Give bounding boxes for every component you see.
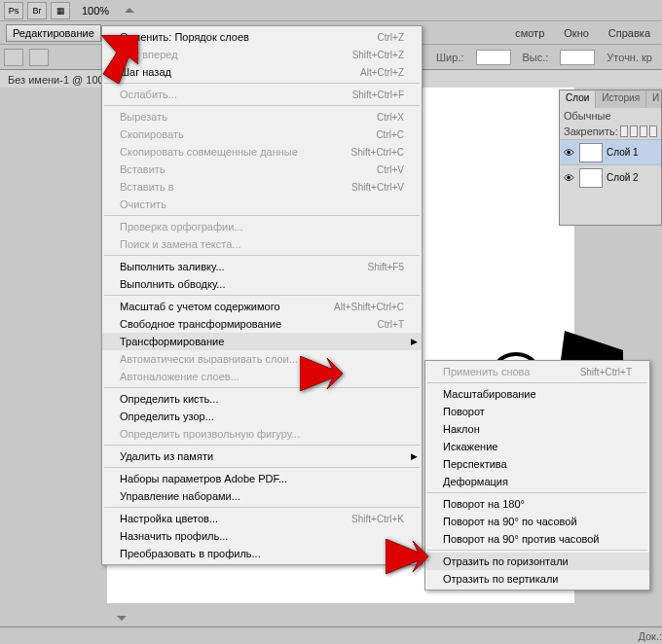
edit-menu-button[interactable]: Редактирование bbox=[6, 24, 101, 42]
menu-item-label: Автоналожение слоев... bbox=[120, 371, 239, 382]
menu-item-label: Наборы параметров Adobe PDF... bbox=[120, 473, 287, 484]
menu-item-label: Настройка цветов... bbox=[120, 513, 218, 524]
lock-position-icon[interactable] bbox=[640, 125, 647, 137]
menu-item[interactable]: Определить узор... bbox=[102, 408, 422, 425]
tool-crop-icon[interactable] bbox=[4, 49, 23, 66]
menu-item-window[interactable]: Окно bbox=[556, 25, 597, 41]
menu-item[interactable]: Отменить: Порядок слоевCtrl+Z bbox=[102, 28, 422, 46]
visibility-eye-icon[interactable]: 👁 bbox=[562, 172, 575, 184]
menu-item[interactable]: Свободное трансформированиеCtrl+T bbox=[102, 315, 422, 333]
status-doc-label: Док.: bbox=[638, 630, 662, 642]
chevron-down-icon[interactable] bbox=[117, 616, 127, 621]
menu-item-help[interactable]: Справка bbox=[601, 25, 658, 41]
menu-shortcut: Ctrl+C bbox=[376, 129, 404, 140]
menu-shortcut: Shift+Ctrl+K bbox=[351, 514, 404, 524]
width-field[interactable] bbox=[476, 50, 511, 65]
menu-item-label: Скопировать совмещенные данные bbox=[120, 146, 298, 158]
menu-item: Автоналожение слоев... bbox=[102, 368, 422, 385]
layer-thumbnail[interactable] bbox=[579, 143, 603, 162]
menu-shortcut: Ctrl+X bbox=[377, 112, 404, 123]
menu-item[interactable]: Поворот на 90° против часовой bbox=[425, 530, 649, 548]
menu-item[interactable]: Масштаб с учетом содержимогоAlt+Shift+Ct… bbox=[102, 298, 422, 315]
menu-item[interactable]: Наклон bbox=[425, 420, 649, 438]
menu-item-label: Масштаб с учетом содержимого bbox=[120, 301, 280, 312]
height-field[interactable] bbox=[560, 50, 595, 65]
menu-item[interactable]: Преобразовать в профиль... bbox=[102, 545, 422, 562]
menu-item[interactable]: Выполнить заливку...Shift+F5 bbox=[102, 258, 422, 275]
menu-item[interactable]: Наборы параметров Adobe PDF... bbox=[102, 470, 422, 487]
ps-logo-icon[interactable]: Ps bbox=[4, 2, 23, 19]
menu-item-label: Перспектива bbox=[443, 458, 507, 470]
menu-item-label: Поворот bbox=[443, 406, 485, 417]
menu-item-label: Определить кисть... bbox=[120, 393, 218, 405]
menu-item[interactable]: Выполнить обводку... bbox=[102, 275, 422, 293]
menu-item[interactable]: Настройка цветов...Shift+Ctrl+K bbox=[102, 510, 422, 527]
menu-item-label: Определить узор... bbox=[120, 411, 214, 422]
menu-item: Проверка орфографии... bbox=[102, 218, 422, 235]
menu-item[interactable]: Трансформирование▶ bbox=[102, 333, 422, 350]
menu-item[interactable]: Деформация bbox=[425, 473, 649, 490]
menu-item-label: Выполнить обводку... bbox=[120, 278, 225, 290]
menu-separator bbox=[104, 507, 420, 508]
menu-item[interactable]: Масштабирование bbox=[425, 385, 649, 403]
menu-shortcut: Shift+Ctrl+T bbox=[580, 367, 632, 377]
menu-item-label: Масштабирование bbox=[443, 388, 536, 400]
menu-item-label: Ослабить... bbox=[120, 89, 177, 100]
menu-item-label: Управление наборами... bbox=[120, 490, 240, 502]
tab-layers[interactable]: Слои bbox=[560, 90, 596, 108]
menu-item[interactable]: Удалить из памяти▶ bbox=[102, 447, 422, 465]
menu-item-label: Свободное трансформирование bbox=[120, 318, 281, 330]
menu-item-label: Вырезать bbox=[120, 111, 167, 123]
menu-item[interactable]: Поворот bbox=[425, 403, 649, 420]
lock-pixels-icon[interactable] bbox=[630, 125, 638, 137]
menu-separator bbox=[104, 83, 420, 84]
menu-shortcut: Ctrl+V bbox=[377, 164, 404, 175]
menu-item[interactable]: Шаг назадAlt+Ctrl+Z bbox=[102, 63, 422, 81]
mb-icon[interactable]: ▦ bbox=[51, 2, 70, 19]
menu-item[interactable]: Перспектива bbox=[425, 455, 649, 473]
menu-item[interactable]: Назначить профиль... bbox=[102, 527, 422, 545]
menu-item-view[interactable]: смотр bbox=[507, 25, 552, 41]
menu-item[interactable]: Управление наборами... bbox=[102, 487, 422, 505]
layer-name: Слой 1 bbox=[607, 147, 639, 158]
menu-item[interactable]: Определить кисть... bbox=[102, 390, 422, 408]
menu-item-label: Поиск и замена текста... bbox=[120, 238, 241, 250]
submenu-arrow-icon: ▶ bbox=[411, 451, 418, 461]
menu-item: Ослабить...Shift+Ctrl+F bbox=[102, 86, 422, 103]
menu-item-label: Применить снова bbox=[443, 366, 530, 377]
menu-item-label: Трансформирование bbox=[120, 336, 224, 347]
menu-separator bbox=[104, 295, 420, 296]
preset-menu-icon[interactable] bbox=[29, 49, 49, 66]
menu-item-label: Скопировать bbox=[120, 128, 184, 140]
menu-item: СкопироватьCtrl+C bbox=[102, 125, 422, 143]
menu-separator bbox=[104, 387, 420, 388]
menu-item[interactable]: Отразить по горизонтали bbox=[425, 553, 649, 570]
tab-history[interactable]: История bbox=[596, 90, 646, 108]
chevron-up-icon[interactable] bbox=[125, 8, 134, 13]
menu-item[interactable]: Отразить по вертикали bbox=[425, 570, 649, 588]
layer-row[interactable]: 👁 Слой 2 bbox=[560, 164, 661, 190]
lock-transparency-icon[interactable] bbox=[620, 125, 628, 137]
menu-shortcut: Shift+F5 bbox=[367, 262, 404, 272]
status-bar: Док.: bbox=[0, 626, 662, 644]
height-label: Выс.: bbox=[517, 52, 555, 63]
menu-separator bbox=[427, 382, 647, 383]
bridge-icon[interactable]: Br bbox=[27, 2, 47, 19]
document-tab-label: Без имени-1 @ 100 bbox=[8, 74, 104, 86]
layer-row[interactable]: 👁 Слой 1 bbox=[560, 139, 661, 164]
layer-name: Слой 2 bbox=[607, 172, 639, 183]
menu-shortcut: Shift+Ctrl+Z bbox=[352, 50, 404, 60]
refine-edge-button[interactable]: Уточн. кр bbox=[601, 52, 658, 63]
visibility-eye-icon[interactable]: 👁 bbox=[562, 147, 575, 159]
menu-item[interactable]: Искажение bbox=[425, 438, 649, 455]
menu-item[interactable]: Поворот на 180° bbox=[425, 495, 649, 513]
menu-item-label: Определить произвольную фигуру... bbox=[120, 428, 300, 440]
blend-mode-select[interactable]: Обычные bbox=[560, 108, 661, 124]
lock-label: Закрепить: bbox=[564, 125, 618, 137]
menu-item-label: Деформация bbox=[443, 476, 508, 487]
tab-actions[interactable]: И bbox=[646, 90, 662, 108]
menu-item[interactable]: Поворот на 90° по часовой bbox=[425, 513, 649, 530]
layer-thumbnail[interactable] bbox=[579, 168, 603, 188]
menu-separator bbox=[104, 215, 420, 216]
lock-all-icon[interactable] bbox=[649, 125, 657, 137]
